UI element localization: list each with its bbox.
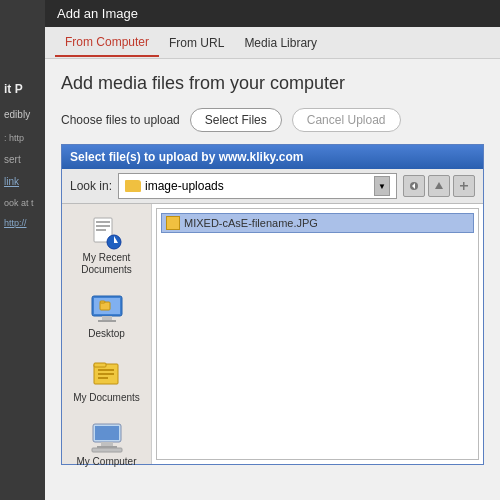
file-dialog: Select file(s) to upload by www.kliky.co… [61, 144, 484, 465]
tab-bar: From Computer From URL Media Library [45, 27, 500, 59]
upload-controls: Choose files to upload Select Files Canc… [61, 108, 484, 132]
svg-rect-8 [96, 229, 106, 231]
look-in-select[interactable]: image-uploads ▼ [118, 173, 397, 199]
svg-rect-14 [98, 320, 116, 322]
back-button[interactable] [403, 175, 425, 197]
folder-icon [125, 180, 141, 192]
cancel-upload-button[interactable]: Cancel Upload [292, 108, 401, 132]
sidebar-item-my-computer[interactable]: My Computer [67, 416, 147, 472]
tab-from-url[interactable]: From URL [159, 30, 234, 56]
file-sidebar: My Recent Documents D [62, 204, 152, 464]
svg-rect-26 [92, 448, 122, 452]
file-dialog-title: Select file(s) to upload by www.kliky.co… [70, 150, 303, 164]
tab-from-computer[interactable]: From Computer [55, 29, 159, 57]
file-name: MIXED-cAsE-filename.JPG [184, 217, 318, 229]
sidebar-item-recent-label: My Recent Documents [69, 252, 145, 276]
sidebar-item-my-computer-label: My Computer [76, 456, 136, 468]
dropdown-arrow-icon[interactable]: ▼ [374, 176, 390, 196]
svg-rect-21 [98, 377, 108, 379]
svg-rect-20 [98, 373, 114, 375]
select-files-button[interactable]: Select Files [190, 108, 282, 132]
file-browser: My Recent Documents D [62, 204, 483, 464]
my-documents-icon [90, 356, 124, 390]
sidebar-item-recent-documents[interactable]: My Recent Documents [67, 212, 147, 280]
svg-rect-4 [463, 182, 465, 190]
up-button[interactable] [428, 175, 450, 197]
look-in-value: image-uploads [145, 179, 370, 193]
file-item[interactable]: MIXED-cAsE-filename.JPG [161, 213, 474, 233]
svg-rect-23 [95, 426, 119, 440]
page-heading: Add media files from your computer [61, 73, 484, 94]
my-computer-icon [90, 420, 124, 454]
modal-titlebar: Add an Image [45, 0, 500, 27]
svg-rect-24 [101, 442, 113, 446]
nav-buttons [403, 175, 475, 197]
look-in-label: Look in: [70, 179, 112, 193]
file-icon [166, 216, 180, 230]
sidebar-item-desktop[interactable]: Desktop [67, 288, 147, 344]
sidebar-item-desktop-label: Desktop [88, 328, 125, 340]
sidebar-item-my-documents[interactable]: My Documents [67, 352, 147, 408]
svg-rect-13 [102, 316, 112, 320]
file-list[interactable]: MIXED-cAsE-filename.JPG [156, 208, 479, 460]
modal-container: Add an Image From Computer From URL Medi… [45, 0, 500, 500]
modal-body: Add media files from your computer Choos… [45, 59, 500, 475]
modal-title: Add an Image [57, 6, 138, 21]
svg-rect-7 [96, 225, 110, 227]
new-folder-button[interactable] [453, 175, 475, 197]
tab-media-library[interactable]: Media Library [234, 30, 327, 56]
file-dialog-titlebar: Select file(s) to upload by www.kliky.co… [62, 145, 483, 169]
sidebar-item-my-documents-label: My Documents [73, 392, 140, 404]
recent-documents-icon [90, 216, 124, 250]
background-text: it P edibly : http sert link ook at t ht… [0, 0, 50, 500]
file-dialog-toolbar: Look in: image-uploads ▼ [62, 169, 483, 204]
svg-rect-6 [96, 221, 110, 223]
upload-label: Choose files to upload [61, 113, 180, 127]
svg-rect-19 [98, 369, 114, 371]
desktop-icon [90, 292, 124, 326]
svg-rect-18 [94, 363, 106, 367]
svg-marker-2 [435, 182, 443, 189]
svg-rect-16 [100, 301, 105, 303]
